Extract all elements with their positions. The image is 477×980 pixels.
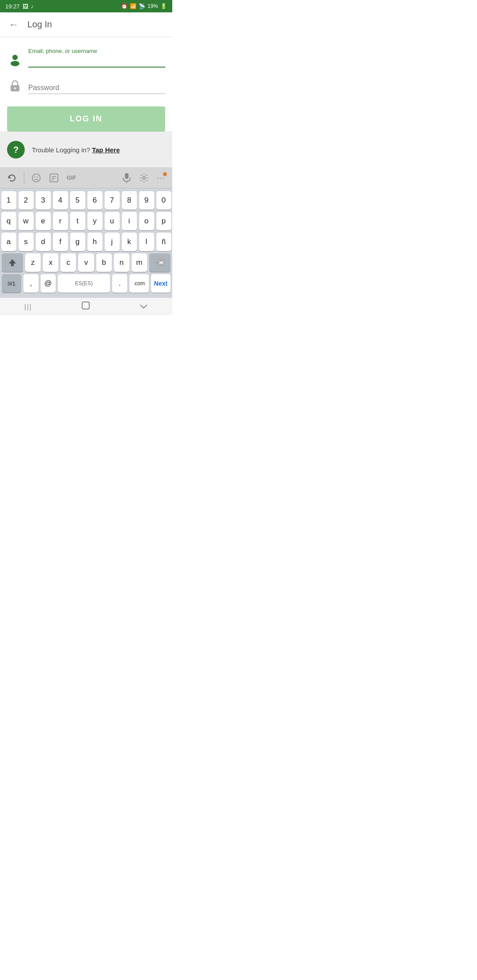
svg-point-13 (143, 177, 145, 179)
key-i[interactable]: i (122, 212, 137, 230)
toolbar-divider (24, 172, 24, 184)
key-0[interactable]: 0 (156, 191, 171, 210)
key-7[interactable]: 7 (105, 191, 120, 210)
key-comma[interactable]: , (23, 274, 38, 293)
key-w[interactable]: w (19, 212, 34, 230)
shift-button[interactable] (2, 253, 23, 272)
key-k[interactable]: k (122, 233, 137, 251)
key-d[interactable]: d (36, 233, 51, 251)
svg-rect-7 (50, 174, 58, 182)
key-g[interactable]: g (70, 233, 85, 251)
key-a[interactable]: a (1, 233, 16, 251)
key-n[interactable]: n (114, 253, 129, 272)
battery-text: 19% (148, 3, 158, 9)
svg-point-1 (11, 61, 19, 66)
username-label: Email, phone, or username (28, 48, 165, 54)
key-9[interactable]: 9 (139, 191, 154, 210)
password-input[interactable] (28, 82, 165, 94)
username-row: Email, phone, or username (7, 48, 165, 69)
key-8[interactable]: 8 (122, 191, 137, 210)
sticker-button[interactable] (46, 171, 61, 185)
svg-marker-14 (9, 259, 16, 266)
key-l[interactable]: l (139, 233, 154, 251)
key-e[interactable]: e (36, 212, 51, 230)
page-title: Log In (27, 19, 52, 30)
login-button[interactable]: LOG IN (7, 106, 165, 132)
trouble-text: Trouble Logging in? Tap Here (32, 146, 120, 154)
key-5[interactable]: 5 (70, 191, 85, 210)
svg-rect-17 (82, 302, 89, 309)
key-s[interactable]: s (19, 233, 34, 251)
key-f[interactable]: f (53, 233, 68, 251)
mic-button[interactable] (120, 171, 134, 185)
special-chars-button[interactable]: !#1 (2, 274, 21, 293)
login-form: Email, phone, or username LOG IN (0, 37, 172, 132)
key-1[interactable]: 1 (1, 191, 16, 210)
notification-dot (163, 172, 167, 176)
key-period[interactable]: . (112, 274, 127, 293)
key-3[interactable]: 3 (36, 191, 51, 210)
keyboard: 1 2 3 4 5 6 7 8 9 0 q w e r t y u i o p … (0, 188, 172, 298)
key-y[interactable]: y (87, 212, 102, 230)
emoji-button[interactable] (29, 171, 44, 185)
key-c[interactable]: c (61, 253, 76, 272)
key-4[interactable]: 4 (53, 191, 68, 210)
svg-point-0 (12, 55, 18, 60)
zxcv-row: z x c v b n m (2, 253, 170, 272)
alarm-icon: ⏰ (121, 3, 128, 9)
svg-point-3 (14, 87, 16, 89)
wifi-icon: 📶 (130, 3, 136, 9)
next-button[interactable]: Next (151, 274, 170, 293)
qwerty-row: q w e r t y u i o p (2, 212, 170, 230)
trouble-link[interactable]: Tap Here (92, 146, 120, 154)
dotcom-button[interactable]: .com (129, 274, 149, 293)
nav-home-button[interactable] (72, 297, 99, 316)
space-button[interactable]: ES(ES) (58, 274, 110, 293)
help-icon: ? (7, 141, 25, 158)
settings-button[interactable] (136, 171, 151, 185)
username-input[interactable] (28, 55, 165, 68)
key-q[interactable]: q (1, 212, 16, 230)
battery-icon: 🔋 (160, 3, 167, 9)
app-bar: ← Log In (0, 12, 172, 37)
status-bar: 19:27 🖼 ♪ ⏰ 📶 📡 19% 🔋 (0, 0, 172, 12)
svg-point-4 (32, 174, 40, 182)
key-x[interactable]: x (43, 253, 58, 272)
signal-icon: 📡 (139, 3, 145, 9)
asdf-row: a s d f g h j k l ñ (2, 233, 170, 251)
nav-bar: ||| (0, 298, 172, 315)
music-icon: ♪ (31, 3, 34, 10)
key-u[interactable]: u (105, 212, 120, 230)
number-row: 1 2 3 4 5 6 7 8 9 0 (2, 191, 170, 210)
user-icon (7, 52, 23, 68)
key-z[interactable]: z (25, 253, 41, 272)
key-j[interactable]: j (105, 233, 120, 251)
keyboard-toolbar: GIF ⋯ (0, 167, 172, 188)
key-r[interactable]: r (53, 212, 68, 230)
key-b[interactable]: b (96, 253, 112, 272)
trouble-section: ? Trouble Logging in? Tap Here (0, 132, 172, 167)
gif-button[interactable]: GIF (64, 173, 79, 183)
backspace-button[interactable] (149, 253, 170, 272)
key-p[interactable]: p (156, 212, 171, 230)
password-row (7, 78, 165, 96)
nav-back-button[interactable] (130, 298, 157, 315)
nav-menu-button[interactable]: ||| (15, 299, 41, 314)
bottom-row: !#1 , @ ES(ES) . .com Next (2, 274, 170, 293)
svg-point-6 (37, 176, 38, 177)
svg-point-5 (34, 176, 35, 177)
key-o[interactable]: o (139, 212, 154, 230)
key-t[interactable]: t (70, 212, 85, 230)
key-at[interactable]: @ (41, 274, 56, 293)
key-h[interactable]: h (87, 233, 102, 251)
status-time: 19:27 (5, 3, 20, 10)
key-m[interactable]: m (132, 253, 147, 272)
rotate-text-button[interactable] (4, 171, 19, 185)
lock-icon (7, 78, 23, 94)
key-6[interactable]: 6 (87, 191, 102, 210)
svg-rect-11 (125, 173, 129, 179)
back-button[interactable]: ← (7, 17, 20, 32)
key-v[interactable]: v (78, 253, 94, 272)
key-n-tilde[interactable]: ñ (156, 233, 171, 251)
key-2[interactable]: 2 (19, 191, 34, 210)
